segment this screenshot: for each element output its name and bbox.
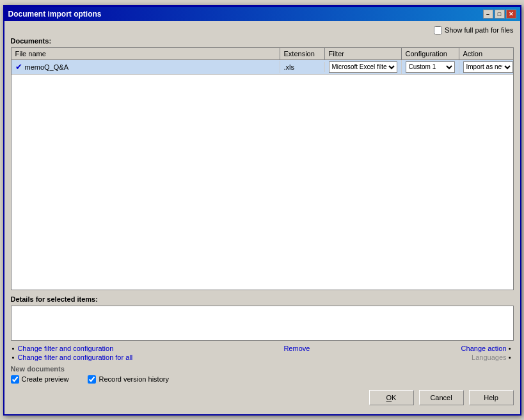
change-filter-all-anchor[interactable]: Change filter and configuration for all	[17, 354, 132, 361]
col-header-action: Action	[459, 48, 514, 59]
documents-section-label: Documents:	[11, 37, 514, 45]
ok-label-rest: K	[392, 394, 396, 401]
change-action-anchor[interactable]: Change action	[461, 345, 507, 352]
close-button[interactable]: ✕	[506, 10, 516, 19]
links-row: • Change filter and configuration • Chan…	[11, 345, 514, 361]
cell-filter: Microsoft Excel filter	[325, 60, 402, 74]
documents-panel: File name Extension Filter Configuration…	[11, 47, 514, 290]
col-header-extension: Extension	[280, 48, 325, 59]
action-select[interactable]: Import as new	[463, 61, 513, 73]
cancel-button[interactable]: Cancel	[419, 390, 464, 405]
cell-action: Import as new	[459, 60, 513, 74]
help-button[interactable]: Help	[469, 390, 514, 405]
maximize-button[interactable]: □	[495, 10, 505, 19]
row-check-icon: ✔	[15, 62, 22, 72]
details-panel	[11, 306, 514, 341]
create-preview-checkbox[interactable]	[11, 375, 19, 384]
help-label: Help	[484, 394, 498, 401]
col-header-filter: Filter	[325, 48, 402, 59]
ok-button[interactable]: OK	[369, 390, 414, 405]
link-left-group: • Change filter and configuration • Chan…	[12, 345, 133, 361]
cell-extension: .xls	[280, 62, 325, 72]
minimize-button[interactable]: –	[483, 10, 493, 19]
remove-link[interactable]: Remove	[283, 345, 310, 352]
change-filter-link[interactable]: • Change filter and configuration	[12, 345, 133, 352]
cancel-label: Cancel	[430, 394, 452, 401]
show-full-path-label: Show full path for files	[445, 26, 514, 34]
show-full-path-row: Show full path for files	[11, 26, 514, 35]
bullet-3: •	[509, 345, 511, 352]
new-documents-label: New documents	[11, 365, 514, 373]
title-bar-buttons: – □ ✕	[483, 10, 516, 19]
details-section: Details for selected items:	[11, 295, 514, 341]
change-action-link[interactable]: Change action •	[461, 345, 512, 352]
table-row[interactable]: ✔ memoQ_Q&A .xls Microsoft Excel filter …	[12, 60, 513, 75]
dialog-body: Show full path for files Documents: File…	[4, 21, 520, 414]
col-header-configuration: Configuration	[402, 48, 459, 59]
bullet-1: •	[12, 345, 15, 352]
change-filter-all-link[interactable]: • Change filter and configuration for al…	[12, 354, 133, 361]
remove-anchor[interactable]: Remove	[283, 345, 310, 352]
dialog-window: Document import options – □ ✕ Show full …	[3, 5, 521, 416]
languages-link: Languages •	[461, 354, 512, 361]
bullet-2: •	[12, 354, 15, 361]
table-body: ✔ memoQ_Q&A .xls Microsoft Excel filter …	[12, 60, 513, 286]
ok-underline: O	[386, 394, 392, 401]
cell-filename: ✔ memoQ_Q&A	[12, 61, 280, 73]
title-bar: Document import options – □ ✕	[4, 7, 520, 21]
buttons-row: OK Cancel Help	[11, 390, 514, 409]
configuration-select[interactable]: Custom 1	[406, 61, 455, 73]
link-right-group: Change action • Languages •	[461, 345, 512, 361]
record-version-label: Record version history	[99, 375, 168, 383]
checkboxes-row: Create preview Record version history	[11, 375, 514, 384]
record-version-item: Record version history	[88, 375, 168, 384]
table-header: File name Extension Filter Configuration…	[12, 48, 513, 60]
dialog-title: Document import options	[8, 10, 102, 19]
create-preview-label: Create preview	[22, 375, 69, 383]
details-label: Details for selected items:	[11, 295, 514, 303]
show-full-path-checkbox[interactable]	[434, 26, 442, 35]
create-preview-item: Create preview	[11, 375, 69, 384]
bullet-4: •	[509, 354, 511, 361]
filter-select[interactable]: Microsoft Excel filter	[329, 61, 397, 73]
languages-label: Languages	[472, 354, 506, 361]
change-filter-anchor[interactable]: Change filter and configuration	[17, 345, 113, 352]
record-version-checkbox[interactable]	[88, 375, 96, 384]
col-header-filename: File name	[12, 48, 280, 59]
filename-value: memoQ_Q&A	[25, 63, 68, 71]
cell-configuration: Custom 1	[402, 60, 459, 74]
